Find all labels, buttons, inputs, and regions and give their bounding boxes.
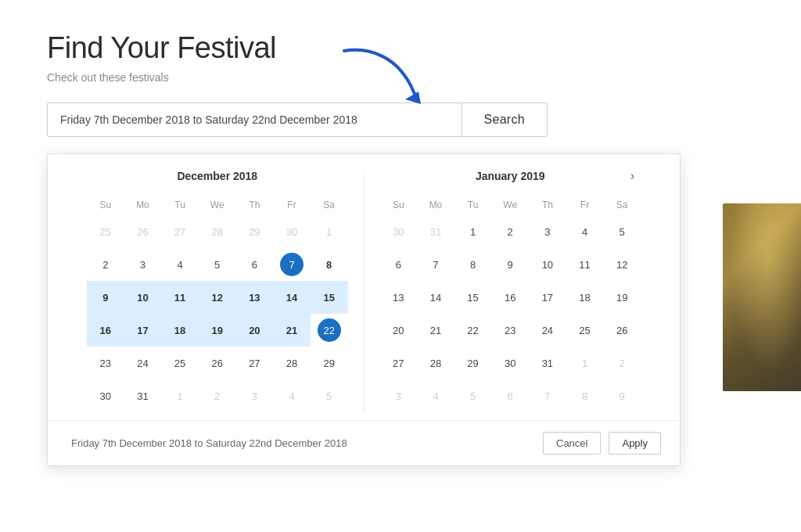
calendar-week-row: 6789101112	[380, 248, 641, 281]
day-cell[interactable]: 8	[311, 248, 348, 281]
day-cell[interactable]: 11	[161, 281, 199, 314]
day-cell[interactable]: 2	[87, 248, 124, 281]
day-cell[interactable]: 23	[491, 314, 529, 347]
day-cell[interactable]: 3	[236, 379, 274, 412]
day-cell[interactable]: 15	[454, 281, 492, 314]
day-cell[interactable]: 5	[199, 248, 236, 281]
day-cell[interactable]: 3	[380, 379, 418, 412]
day-cell[interactable]: 23	[87, 347, 124, 379]
calendar-week-row: 303112345	[87, 379, 348, 412]
day-cell[interactable]: 16	[491, 281, 529, 314]
day-cell[interactable]: 25	[161, 347, 199, 379]
day-cell[interactable]: 6	[491, 379, 529, 412]
day-cell[interactable]: 26	[603, 314, 641, 347]
calendar-week-row: 20212223242526	[380, 314, 641, 347]
day-cell[interactable]: 10	[529, 248, 566, 281]
day-cell[interactable]: 8	[454, 248, 492, 281]
day-cell[interactable]: 29	[454, 347, 492, 379]
day-cell[interactable]: 20	[380, 314, 418, 347]
day-cell[interactable]: 4	[161, 248, 199, 281]
day-cell[interactable]: 6	[236, 248, 274, 281]
day-cell[interactable]: 18	[161, 314, 199, 347]
day-cell[interactable]: 11	[566, 248, 604, 281]
day-cell[interactable]: 2	[603, 347, 641, 379]
search-bar: Search	[47, 102, 548, 137]
day-cell[interactable]: 14	[417, 281, 454, 314]
day-cell[interactable]: 30	[273, 215, 311, 248]
day-cell[interactable]: 28	[273, 347, 311, 379]
weekday-header: Mo	[417, 195, 454, 215]
day-cell[interactable]: 7	[273, 248, 311, 281]
day-cell[interactable]: 24	[529, 314, 566, 347]
day-cell[interactable]: 17	[529, 281, 566, 314]
day-cell[interactable]: 19	[603, 281, 641, 314]
day-cell[interactable]: 25	[566, 314, 604, 347]
day-cell[interactable]: 27	[161, 215, 199, 248]
day-cell[interactable]: 9	[491, 248, 529, 281]
day-cell[interactable]: 1	[566, 347, 604, 379]
day-cell[interactable]: 13	[380, 281, 418, 314]
calendar-week-row: 13141516171819	[380, 281, 641, 314]
weekday-header: Su	[87, 195, 124, 215]
search-button[interactable]: Search	[462, 103, 548, 136]
day-cell[interactable]: 8	[566, 379, 604, 412]
day-cell[interactable]: 27	[380, 347, 418, 379]
day-cell[interactable]: 28	[417, 347, 454, 379]
day-cell[interactable]: 25	[87, 215, 124, 248]
day-cell[interactable]: 5	[603, 215, 641, 248]
next-month-button[interactable]: ›	[624, 166, 641, 186]
day-cell[interactable]: 10	[124, 281, 162, 314]
day-cell[interactable]: 29	[236, 215, 274, 248]
day-cell[interactable]: 4	[417, 379, 454, 412]
day-cell[interactable]: 3	[124, 248, 162, 281]
day-cell[interactable]: 16	[87, 314, 124, 347]
day-cell[interactable]: 2	[199, 379, 236, 412]
day-cell[interactable]: 31	[417, 215, 454, 248]
weekday-header: Fr	[273, 195, 311, 215]
cancel-button[interactable]: Cancel	[543, 432, 601, 455]
day-cell[interactable]: 21	[417, 314, 454, 347]
date-range-input[interactable]	[48, 103, 462, 136]
day-cell[interactable]: 9	[87, 281, 124, 314]
day-cell[interactable]: 30	[87, 379, 124, 412]
day-cell[interactable]: 29	[311, 347, 348, 379]
day-cell[interactable]: 2	[491, 215, 529, 248]
day-cell[interactable]: 28	[199, 215, 236, 248]
day-cell[interactable]: 13	[236, 281, 274, 314]
day-cell[interactable]: 30	[380, 215, 418, 248]
day-cell[interactable]: 1	[161, 379, 199, 412]
day-cell[interactable]: 17	[124, 314, 162, 347]
day-cell[interactable]: 7	[417, 248, 454, 281]
day-cell[interactable]: 3	[529, 215, 566, 248]
day-cell[interactable]: 26	[199, 347, 236, 379]
apply-button[interactable]: Apply	[609, 432, 661, 455]
day-cell[interactable]: 31	[124, 379, 162, 412]
day-cell[interactable]: 1	[454, 215, 492, 248]
day-cell[interactable]: 12	[199, 281, 236, 314]
day-cell[interactable]: 18	[566, 281, 604, 314]
day-cell[interactable]: 27	[236, 347, 274, 379]
day-cell[interactable]: 22	[454, 314, 492, 347]
day-cell[interactable]: 20	[236, 314, 274, 347]
day-cell[interactable]: 24	[124, 347, 162, 379]
day-cell[interactable]: 15	[311, 281, 348, 314]
day-cell[interactable]: 26	[124, 215, 162, 248]
day-cell[interactable]: 12	[603, 248, 641, 281]
day-cell[interactable]: 19	[199, 314, 236, 347]
day-cell[interactable]: 9	[603, 379, 641, 412]
day-cell[interactable]: 22	[311, 314, 348, 347]
footer-date-range: Friday 7th December 2018 to Saturday 22n…	[66, 437, 535, 449]
calendar-january-title: January 2019	[476, 170, 545, 182]
day-cell[interactable]: 5	[454, 379, 492, 412]
day-cell[interactable]: 1	[311, 215, 348, 248]
day-cell[interactable]: 6	[380, 248, 418, 281]
weekday-header: Th	[529, 195, 566, 215]
day-cell[interactable]: 31	[529, 347, 566, 379]
day-cell[interactable]: 7	[529, 379, 566, 412]
day-cell[interactable]: 21	[273, 314, 311, 347]
day-cell[interactable]: 4	[566, 215, 604, 248]
day-cell[interactable]: 4	[273, 379, 311, 412]
day-cell[interactable]: 5	[311, 379, 348, 412]
day-cell[interactable]: 14	[273, 281, 311, 314]
day-cell[interactable]: 30	[491, 347, 529, 379]
